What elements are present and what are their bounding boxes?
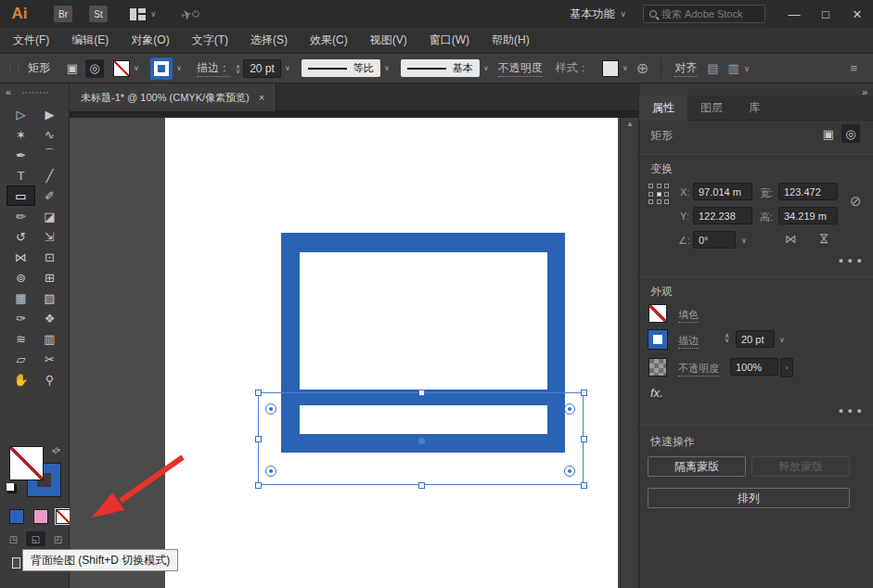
- lasso-tool[interactable]: ∿: [35, 124, 64, 145]
- selection-handle[interactable]: [255, 482, 262, 489]
- menu-item-8[interactable]: 帮助(H): [492, 32, 530, 48]
- isolate-mask-button[interactable]: 隔离蒙版: [648, 456, 746, 477]
- fill-none-swatch[interactable]: [648, 304, 667, 323]
- y-field[interactable]: 122.238: [693, 207, 752, 224]
- stroke-width-stepper[interactable]: ∧∨: [236, 64, 240, 73]
- hand-tool[interactable]: ✋: [6, 369, 35, 390]
- effects-fx-button[interactable]: fx.: [650, 386, 663, 400]
- chevron-down-icon[interactable]: ∨: [776, 330, 789, 349]
- corner-widget[interactable]: [265, 403, 276, 415]
- options-menu-icon[interactable]: ≡: [850, 61, 857, 75]
- opacity-options-icon[interactable]: ›: [780, 358, 793, 377]
- menu-item-1[interactable]: 编辑(E): [71, 32, 109, 48]
- bridge-icon[interactable]: Br: [54, 6, 72, 22]
- free-transform-tool[interactable]: ⊡: [35, 247, 64, 267]
- stock-icon[interactable]: St: [89, 6, 108, 22]
- target-mode-icon[interactable]: ◎: [841, 124, 860, 143]
- artboard-tool[interactable]: ▱: [6, 349, 35, 369]
- width-tool[interactable]: ⋈: [6, 247, 35, 267]
- width-field[interactable]: 123.472: [778, 183, 838, 200]
- blend-tool[interactable]: ❖: [35, 308, 64, 328]
- scale-tool[interactable]: ⇲: [35, 226, 64, 247]
- corner-widget-icon[interactable]: ▣: [63, 59, 82, 78]
- eraser-tool[interactable]: ◪: [35, 206, 64, 226]
- draw-normal-icon[interactable]: ◳: [4, 531, 23, 546]
- center-point[interactable]: [418, 438, 425, 444]
- document-tab[interactable]: 未标题-1* @ 100% (CMYK/像素预览) ×: [70, 83, 276, 111]
- align-objects-icon[interactable]: ▤: [707, 61, 718, 75]
- menu-item-4[interactable]: 选择(S): [250, 32, 288, 48]
- opacity-panel-link[interactable]: 不透明度: [498, 60, 543, 77]
- workspace-switcher[interactable]: 基本功能 ∨: [570, 6, 626, 22]
- menu-item-2[interactable]: 对象(O): [131, 32, 169, 48]
- stroke-width-stepper[interactable]: ∧∨: [725, 333, 729, 342]
- align-panel-link[interactable]: 对齐: [674, 60, 697, 77]
- close-button[interactable]: ✕: [841, 0, 873, 28]
- selection-tool[interactable]: ▷: [6, 104, 35, 124]
- x-field[interactable]: 97.014 m: [693, 183, 752, 200]
- flip-horizontal-icon[interactable]: ⋈: [785, 232, 797, 246]
- paintbrush-tool[interactable]: ✐: [35, 185, 64, 206]
- selection-handle[interactable]: [418, 482, 425, 489]
- target-mode-icon[interactable]: ◎: [85, 59, 104, 78]
- height-field[interactable]: 34.219 m: [778, 207, 838, 224]
- magic-wand-tool[interactable]: ✶: [6, 124, 35, 145]
- menu-item-6[interactable]: 视图(V): [370, 32, 407, 48]
- vertical-scrollbar[interactable]: ▲: [620, 118, 638, 588]
- document-setup-icon[interactable]: ⊕: [636, 59, 648, 77]
- eyedropper-tool[interactable]: ✑: [6, 308, 35, 328]
- chevron-down-icon[interactable]: ∨: [281, 59, 294, 78]
- menu-item-3[interactable]: 文字(T): [192, 32, 228, 48]
- selection-handle[interactable]: [255, 436, 262, 442]
- fill-swatch[interactable]: [10, 447, 43, 479]
- corner-widget[interactable]: [265, 466, 276, 477]
- unlink-dimensions-icon[interactable]: ⊘: [850, 193, 862, 210]
- brush-definition-dropdown[interactable]: 基本: [401, 59, 480, 77]
- selection-handle[interactable]: [581, 436, 587, 442]
- stroke-label[interactable]: 描边: [678, 334, 699, 349]
- shaper-tool[interactable]: ✏: [6, 206, 35, 226]
- pen-tool[interactable]: ✒: [6, 145, 35, 165]
- chevron-down-icon[interactable]: ∨: [480, 59, 493, 78]
- graphic-style-swatch[interactable]: [602, 60, 619, 77]
- share-icon[interactable]: ✈⏻: [179, 5, 200, 24]
- mesh-tool[interactable]: ▦: [6, 288, 35, 308]
- chevron-down-icon[interactable]: ∨: [744, 64, 751, 73]
- stroke-color-swatch[interactable]: [150, 58, 173, 80]
- chevron-down-icon[interactable]: ∨: [380, 59, 393, 78]
- stroke-width-field[interactable]: 20 pt: [243, 59, 281, 78]
- selection-handle[interactable]: [255, 390, 262, 396]
- chevron-down-icon[interactable]: ∨: [619, 59, 632, 78]
- gradient-chip-button[interactable]: [33, 509, 48, 524]
- line-segment-tool[interactable]: ╱: [35, 165, 64, 185]
- default-colors-icon[interactable]: [6, 482, 15, 492]
- menu-item-7[interactable]: 窗口(W): [430, 32, 469, 48]
- angle-field[interactable]: 0°: [693, 231, 736, 249]
- draw-behind-icon[interactable]: ◱: [26, 531, 45, 546]
- selection-handle[interactable]: [581, 482, 587, 489]
- close-tab-icon[interactable]: ×: [259, 92, 264, 103]
- document-arrange-button[interactable]: ∨: [130, 8, 157, 20]
- symbol-sprayer-tool[interactable]: ≋: [6, 328, 35, 349]
- width-profile-dropdown[interactable]: 等比: [302, 59, 380, 77]
- flip-vertical-icon[interactable]: ⋈: [818, 232, 830, 246]
- none-chip-button[interactable]: [56, 509, 71, 524]
- tab-属性[interactable]: 属性: [639, 96, 687, 121]
- swap-fill-stroke-icon[interactable]: ⇆: [49, 444, 62, 457]
- corner-widget[interactable]: [564, 403, 575, 415]
- maximize-button[interactable]: □: [810, 0, 841, 28]
- selection-handle[interactable]: [581, 390, 587, 396]
- slice-tool[interactable]: ✂: [35, 349, 64, 369]
- gradient-tool[interactable]: ▧: [35, 288, 64, 308]
- zoom-tool[interactable]: ⚲: [35, 369, 64, 390]
- stroke-width-field[interactable]: 20 pt: [736, 330, 775, 348]
- chevron-down-icon[interactable]: ∨: [738, 231, 751, 249]
- corner-widget[interactable]: [564, 466, 575, 477]
- rectangle-tool[interactable]: ▭: [6, 185, 35, 206]
- arrange-button[interactable]: 排列: [648, 488, 850, 508]
- more-options-icon[interactable]: ● ● ●: [839, 256, 863, 265]
- curvature-tool[interactable]: ⌒: [35, 145, 64, 165]
- column-graph-tool[interactable]: ▥: [35, 328, 64, 349]
- chevron-down-icon[interactable]: ∨: [130, 59, 143, 78]
- stroke-color-swatch[interactable]: [648, 330, 667, 349]
